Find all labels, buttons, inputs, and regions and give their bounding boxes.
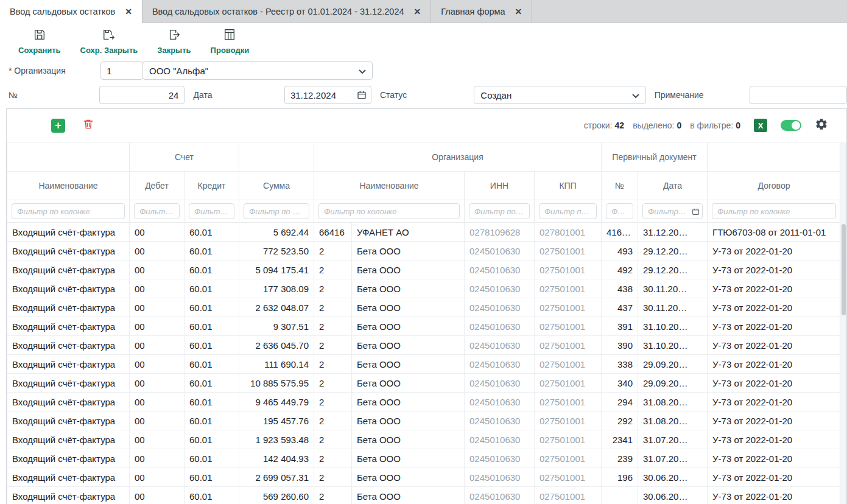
filter-input-name[interactable] (12, 203, 125, 219)
col-doc-date[interactable]: Дата (638, 172, 708, 200)
table-row[interactable]: Входящий счёт-фактура 00 60.01 5 692.44 … (7, 223, 840, 242)
table-row[interactable]: Входящий счёт-фактура 00 60.01 195 457.7… (7, 411, 840, 430)
save-button[interactable]: Сохранить (18, 28, 61, 55)
table-row[interactable]: Входящий счёт-фактура 00 60.01 111 690.1… (7, 355, 840, 374)
cell-org-code: 2 (314, 468, 352, 487)
table-row[interactable]: Входящий счёт-фактура 00 60.01 9 307.51 … (7, 317, 840, 336)
col-inn[interactable]: ИНН (465, 172, 535, 200)
table-row[interactable]: Входящий счёт-фактура 00 60.01 10 885 57… (7, 374, 840, 393)
tab-bar: Ввод сальдовых остатков ✕ Ввод сальдовых… (0, 0, 847, 23)
cell-amount: 5 692.44 (239, 223, 314, 242)
number-label: № (0, 90, 99, 100)
vertical-scrollbar[interactable] (840, 142, 846, 504)
cell-org-code: 2 (314, 298, 352, 317)
tab-close-icon[interactable]: ✕ (125, 7, 132, 16)
tab-balance-entry[interactable]: Ввод сальдовых остатков ✕ (0, 0, 142, 23)
filter-input-doc-number[interactable] (606, 203, 633, 219)
status-select[interactable]: Создан (474, 86, 645, 104)
cell-amount: 10 885 575.95 (239, 374, 314, 393)
cell-debit: 00 (130, 317, 185, 336)
grid-stats: строки:42 выделено:0 в фильтре:0 (584, 121, 740, 130)
col-debit[interactable]: Дебет (130, 172, 185, 200)
excel-export-button[interactable]: X (754, 119, 767, 132)
col-org-name[interactable]: Наименование (314, 172, 465, 200)
calendar-icon[interactable] (692, 207, 700, 218)
table-row[interactable]: Входящий счёт-фактура 00 60.01 772 523.5… (7, 242, 840, 261)
table-row[interactable]: Входящий счёт-фактура 00 60.01 9 465 449… (7, 393, 840, 411)
cell-name: Входящий счёт-фактура (7, 242, 130, 261)
postings-button[interactable]: Проводки (211, 28, 250, 55)
note-input[interactable] (750, 86, 847, 104)
filter-input-credit[interactable] (189, 203, 234, 219)
cell-inn: 0245010630 (465, 487, 535, 504)
cell-name: Входящий счёт-фактура (7, 393, 130, 411)
tab-balance-register[interactable]: Ввод сальдовых остатков - Реестр от 01.0… (142, 0, 431, 23)
col-contract[interactable]: Договор (708, 172, 840, 200)
grid-panel: + строки:42 выделено:0 в фильтре:0 X (6, 108, 847, 504)
table-body: Входящий счёт-фактура 00 60.01 5 692.44 … (7, 223, 840, 504)
table-row[interactable]: Входящий счёт-фактура 00 60.01 2 632 048… (7, 298, 840, 317)
cell-credit: 60.01 (185, 487, 239, 504)
cell-debit: 00 (130, 279, 185, 298)
cell-inn: 0245010630 (465, 411, 535, 430)
tab-main-form[interactable]: Главная форма ✕ (431, 0, 532, 23)
table-row[interactable]: Входящий счёт-фактура 00 60.01 2 699 057… (7, 468, 840, 487)
grid-toolbar: + строки:42 выделено:0 в фильтре:0 X (7, 109, 846, 142)
col-amount[interactable]: Сумма (239, 172, 314, 200)
table-row[interactable]: Входящий счёт-фактура 00 60.01 142 404.9… (7, 449, 840, 468)
scrollbar-thumb[interactable] (842, 224, 846, 315)
cell-org-name: Бета ООО (352, 261, 465, 279)
tab-close-icon[interactable]: ✕ (414, 7, 421, 16)
close-button[interactable]: Закрыть (157, 28, 191, 55)
table-row[interactable]: Входящий счёт-фактура 00 60.01 177 308.0… (7, 279, 840, 298)
table-row[interactable]: Входящий счёт-фактура 00 60.01 1 923 593… (7, 430, 840, 449)
cell-contract: У-73 от 2022-01-20 (708, 411, 840, 430)
status-select-value: Создан (480, 90, 511, 100)
number-input[interactable] (99, 86, 185, 104)
cell-inn: 0278109628 (465, 223, 535, 242)
cell-inn: 0245010630 (465, 393, 535, 411)
gear-icon (815, 117, 828, 133)
cell-org-name: Бета ООО (352, 374, 465, 393)
filter-input-inn[interactable] (469, 203, 530, 219)
cell-org-code: 2 (314, 411, 352, 430)
cell-doc-number: 390 (602, 336, 638, 355)
col-kpp[interactable]: КПП (535, 172, 602, 200)
floppy-icon (33, 28, 46, 43)
filter-input-amount[interactable] (244, 203, 309, 219)
organization-select[interactable]: ООО "Альфа" (142, 61, 373, 80)
table-toggle-switch[interactable] (781, 120, 801, 131)
cell-amount: 9 465 449.79 (239, 393, 314, 411)
filter-input-kpp[interactable] (539, 203, 597, 219)
delete-row-button[interactable] (82, 118, 94, 133)
table-row[interactable]: Входящий счёт-фактура 00 60.01 2 636 045… (7, 336, 840, 355)
cell-debit: 00 (130, 468, 185, 487)
table-row[interactable]: Входящий счёт-фактура 00 60.01 5 094 175… (7, 261, 840, 279)
chevron-down-icon (632, 90, 639, 100)
calendar-icon[interactable] (357, 90, 367, 102)
organization-code-input[interactable] (100, 61, 143, 80)
filter-input-contract[interactable] (712, 203, 836, 219)
filter-input-debit[interactable] (134, 203, 180, 219)
tab-close-icon[interactable]: ✕ (515, 7, 522, 16)
date-field (284, 86, 371, 104)
cell-amount: 1 923 593.48 (239, 430, 314, 449)
save-close-button[interactable]: Сохр. Закрыть (80, 28, 138, 55)
group-empty-amount (239, 142, 314, 172)
table-row[interactable]: Входящий счёт-фактура 00 60.01 569 260.6… (7, 487, 840, 504)
settings-button[interactable] (815, 117, 828, 133)
col-name[interactable]: Наименование (7, 172, 130, 200)
date-label: Дата (185, 90, 284, 100)
cell-kpp: 027501001 (535, 261, 602, 279)
filter-input-org-name[interactable] (318, 203, 460, 219)
col-credit[interactable]: Кредит (185, 172, 239, 200)
add-row-button[interactable]: + (51, 119, 65, 133)
cell-credit: 60.01 (185, 261, 239, 279)
cell-contract: У-73 от 2022-01-20 (708, 355, 840, 374)
col-doc-number[interactable]: № (602, 172, 638, 200)
note-label: Примечание (646, 90, 750, 100)
cell-debit: 00 (130, 223, 185, 242)
cell-doc-number: 437 (602, 298, 638, 317)
cell-org-name: Бета ООО (352, 317, 465, 336)
cell-kpp: 027501001 (535, 374, 602, 393)
